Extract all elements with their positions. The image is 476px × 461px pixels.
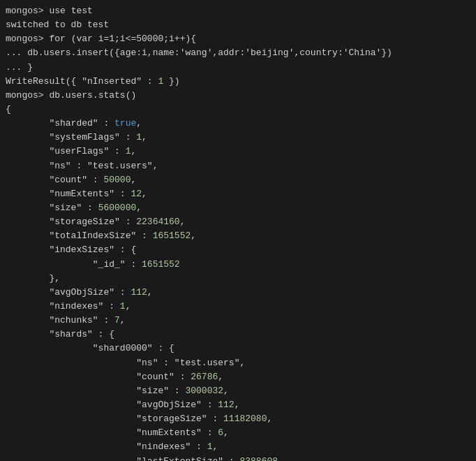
terminal: mongos> use testswitched to db testmongo… [0,0,476,461]
terminal-line: "size" : 5600000, [6,201,470,215]
terminal-line: "indexSizes" : { [6,243,470,257]
terminal-line: ... db.users.insert({age:i,name:'wang',a… [6,46,470,60]
terminal-line: mongos> use test [6,4,470,18]
terminal-line: "userFlags" : 1, [6,145,470,159]
terminal-line: switched to db test [6,18,470,32]
terminal-line: "nchunks" : 7, [6,314,470,328]
terminal-line: "numExtents" : 12, [6,187,470,201]
terminal-line: { [6,103,470,117]
terminal-line: "_id_" : 1651552 [6,258,470,272]
terminal-line: "count" : 50000, [6,173,470,187]
terminal-line: "avgObjSize" : 112, [6,398,470,412]
terminal-line: "totalIndexSize" : 1651552, [6,229,470,243]
terminal-line: "size" : 3000032, [6,384,470,398]
terminal-line: }, [6,272,470,286]
terminal-line: "storageSize" : 22364160, [6,215,470,229]
terminal-line: "ns" : "test.users", [6,356,470,370]
terminal-line: mongos> for (var i=1;i<=50000;i++){ [6,32,470,46]
terminal-line: "nindexes" : 1, [6,300,470,314]
terminal-line: "count" : 26786, [6,370,470,384]
terminal-line: "storageSize" : 11182080, [6,412,470,426]
terminal-line: mongos> db.users.stats() [6,89,470,103]
terminal-line: "nindexes" : 1, [6,440,470,454]
terminal-line: ... } [6,61,470,75]
terminal-line: "shard0000" : { [6,342,470,356]
terminal-line: "numExtents" : 6, [6,426,470,440]
terminal-line: "avgObjSize" : 112, [6,286,470,300]
terminal-line: WriteResult({ "nInserted" : 1 }) [6,75,470,89]
terminal-line: "ns" : "test.users", [6,159,470,173]
terminal-line: "shards" : { [6,328,470,342]
terminal-line: "systemFlags" : 1, [6,131,470,145]
terminal-line: "lastExtentSize" : 8388608, [6,455,470,462]
terminal-line: "sharded" : true, [6,117,470,131]
